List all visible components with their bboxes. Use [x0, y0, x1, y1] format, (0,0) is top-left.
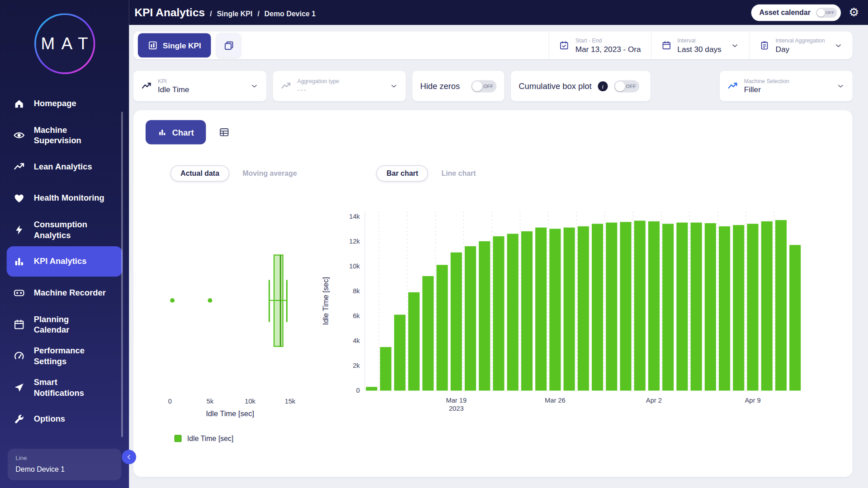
- sidebar-nav: HomepageMachineSupervisionLean Analytics…: [0, 87, 129, 435]
- data-mode-chip-moving-average[interactable]: Moving average: [232, 165, 307, 182]
- wrench-icon: [13, 413, 25, 425]
- interval-aggregation-label: Interval Aggregation: [776, 38, 825, 43]
- single-kpi-button[interactable]: Single KPI: [138, 33, 211, 57]
- svg-text:0: 0: [356, 387, 360, 394]
- device-card[interactable]: Line Demo Device 1: [8, 449, 121, 480]
- multi-kpi-button[interactable]: [217, 33, 241, 57]
- multi-kpi-icon: [223, 40, 234, 51]
- chevron-down-icon: [836, 82, 844, 90]
- topbar-right: Asset calendar OFF ⚙: [751, 4, 859, 21]
- svg-text:2023: 2023: [449, 405, 464, 412]
- svg-text:Mar 26: Mar 26: [545, 397, 566, 404]
- interval-select[interactable]: Interval Last 30 days: [651, 32, 749, 59]
- machine-selection-value: Filler: [744, 85, 789, 94]
- chart-card-tabs: Chart: [146, 120, 840, 145]
- single-kpi-icon: [148, 40, 158, 50]
- sidebar-item-label: ConsumptionAnalytics: [34, 220, 87, 240]
- recorder-icon: [13, 287, 25, 299]
- svg-text:6k: 6k: [353, 312, 360, 319]
- svg-text:2k: 2k: [353, 362, 360, 369]
- svg-text:Idle Time [sec]: Idle Time [sec]: [321, 277, 330, 325]
- sidebar-item-options[interactable]: Options: [7, 404, 123, 434]
- chevron-down-icon: [390, 82, 398, 90]
- kpi-select[interactable]: KPI Idle Time: [133, 71, 266, 101]
- sidebar-item-lean-analytics[interactable]: Lean Analytics: [7, 152, 123, 182]
- asset-calendar-label: Asset calendar: [760, 8, 811, 16]
- svg-text:10k: 10k: [245, 398, 255, 405]
- chart-card: Chart Actual dataMoving average Bar char…: [133, 110, 853, 477]
- app-root: MAT HomepageMachineSupervisionLean Analy…: [0, 0, 868, 488]
- breadcrumb-separator: /: [257, 9, 259, 18]
- cumulative-box-plot-toggle[interactable]: OFF: [614, 80, 639, 92]
- chevron-down-icon: [731, 41, 739, 49]
- sidebar-item-planning-calendar[interactable]: PlanningCalendar: [7, 309, 123, 339]
- trend-icon: [141, 81, 151, 91]
- legend-swatch: [175, 435, 182, 442]
- sidebar-item-smart-notifications[interactable]: SmartNotifications: [7, 372, 123, 403]
- data-mode-chip-actual-data[interactable]: Actual data: [170, 165, 229, 182]
- sidebar-item-label: Machine Recorder: [34, 288, 106, 298]
- machine-selection-select[interactable]: Machine Selection Filler: [720, 71, 853, 101]
- toggle-knob: [472, 81, 482, 91]
- sidebar-item-label: PerformanceSettings: [34, 346, 85, 366]
- date-range-value: Mar 13, 2023 - Ora: [576, 45, 641, 54]
- chart-type-chip-bar-chart[interactable]: Bar chart: [377, 165, 428, 182]
- asset-calendar-toggle[interactable]: OFF: [816, 8, 837, 18]
- cumulative-box-plot-control: Cumulative box plot i OFF: [511, 71, 651, 101]
- sidebar-item-health-monitoring[interactable]: Health Monitoring: [7, 183, 123, 213]
- calendar-check-icon: [559, 40, 569, 50]
- sidebar-item-machine-recorder[interactable]: Machine Recorder: [7, 278, 123, 308]
- interval-aggregation-select[interactable]: Interval Aggregation Day: [749, 32, 853, 59]
- toggle-knob: [615, 81, 625, 91]
- chevron-down-icon: [250, 82, 258, 90]
- svg-text:Mar 19: Mar 19: [446, 397, 467, 404]
- calendar-icon: [13, 319, 25, 330]
- bolt-icon: [13, 224, 25, 236]
- hide-zeros-label: Hide zeros: [420, 81, 460, 91]
- table-view-button[interactable]: [216, 124, 233, 141]
- hide-zeros-toggle[interactable]: OFF: [471, 80, 496, 92]
- chart-tab-label: Chart: [172, 127, 194, 137]
- svg-text:Apr 9: Apr 9: [745, 397, 760, 404]
- sidebar-item-machine-supervision[interactable]: MachineSupervision: [7, 120, 123, 150]
- interval-label: Interval: [677, 38, 721, 43]
- svg-text:5k: 5k: [207, 398, 214, 405]
- gear-icon[interactable]: ⚙: [849, 7, 859, 19]
- aggregation-type-select[interactable]: Aggregation type ---: [273, 71, 406, 101]
- svg-text:14k: 14k: [349, 213, 360, 220]
- cumulative-box-plot-label: Cumulative box plot: [519, 81, 591, 91]
- asset-calendar-pill[interactable]: Asset calendar OFF: [751, 4, 841, 21]
- breadcrumb-item-device[interactable]: Demo Device 1: [264, 9, 316, 18]
- sidebar-item-kpi-analytics[interactable]: KPI Analytics: [7, 246, 123, 277]
- sidebar-item-consumption-analytics[interactable]: ConsumptionAnalytics: [7, 215, 123, 245]
- svg-text:0: 0: [168, 398, 172, 405]
- interval-value: Last 30 days: [677, 45, 721, 54]
- toolbar-right: Start - End Mar 13, 2023 - Ora Interval …: [549, 32, 853, 59]
- device-name: Demo Device 1: [15, 465, 113, 474]
- sidebar-item-homepage[interactable]: Homepage: [7, 89, 123, 119]
- home-icon: [13, 98, 25, 110]
- svg-text:Apr 2: Apr 2: [646, 397, 662, 404]
- date-range-picker[interactable]: Start - End Mar 13, 2023 - Ora: [549, 32, 651, 59]
- sidebar-spacer: [0, 436, 129, 449]
- sidebar-item-performance-settings[interactable]: PerformanceSettings: [7, 341, 123, 371]
- chart-type-chip-line-chart[interactable]: Line chart: [431, 165, 486, 182]
- sidebar-scrollbar[interactable]: [121, 112, 123, 437]
- sidebar-item-label: Health Monitoring: [34, 193, 104, 204]
- main-area: KPI Analytics / Single KPI / Demo Device…: [129, 0, 868, 488]
- table-icon: [219, 127, 230, 137]
- kpi-value: Idle Time: [158, 85, 189, 94]
- sidebar-item-label: MachineSupervision: [34, 125, 81, 145]
- sidebar-collapse-button[interactable]: [122, 450, 136, 465]
- toggle-knob: [817, 9, 825, 16]
- info-icon[interactable]: i: [598, 81, 608, 91]
- breadcrumb: KPI Analytics / Single KPI / Demo Device…: [135, 6, 316, 19]
- svg-text:15k: 15k: [285, 398, 296, 405]
- sidebar: MAT HomepageMachineSupervisionLean Analy…: [0, 0, 129, 488]
- data-mode-chips: Actual dataMoving average: [170, 165, 310, 182]
- kpi-toolbar: Single KPI Start - End Mar 13, 2023 - Or…: [133, 32, 853, 59]
- sidebar-item-label: PlanningCalendar: [34, 314, 70, 335]
- chart-tab-button[interactable]: Chart: [146, 120, 206, 145]
- breadcrumb-item-single-kpi[interactable]: Single KPI: [217, 9, 253, 18]
- svg-text:Idle Time [sec]: Idle Time [sec]: [206, 409, 254, 418]
